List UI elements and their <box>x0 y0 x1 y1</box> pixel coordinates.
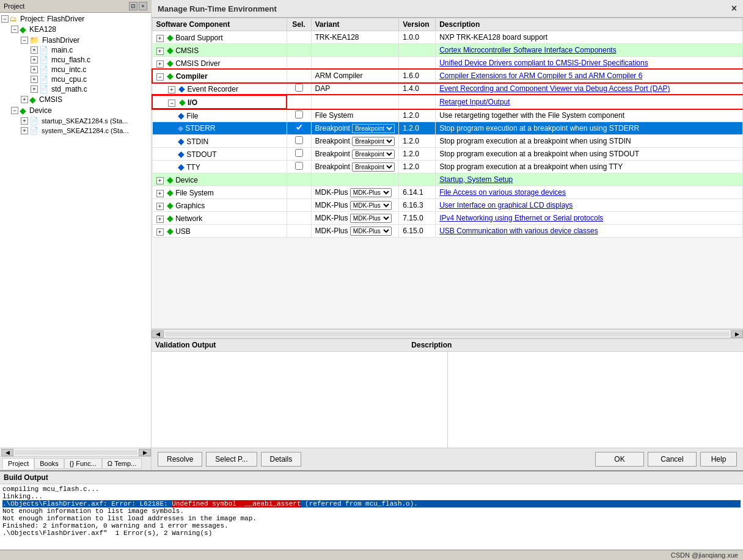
expander-graphics[interactable]: + <box>156 203 164 210</box>
table-row-compiler[interactable]: − ◆ Compiler ARM Compiler 1.6.0 Compiler… <box>152 70 743 82</box>
expander-system[interactable]: + <box>21 127 28 134</box>
table-row-tty[interactable]: ◆ TTY Breakpoint Breakpoint 1.2.0 Stop p… <box>152 161 743 173</box>
expander-kea128[interactable]: − <box>11 26 18 33</box>
tab-func[interactable]: {} Func... <box>64 458 102 469</box>
stderr-checkbox[interactable] <box>295 123 303 131</box>
cmsis-driver-link[interactable]: Unified Device Drivers compliant to CMSI… <box>439 59 648 67</box>
table-row-stdin[interactable]: ◆ STDIN Breakpoint Breakpoint 1.2.0 Stop… <box>152 135 743 148</box>
expander-project[interactable]: − <box>1 15 9 23</box>
table-row-io[interactable]: − ◆ I/O Retarget Input/Output <box>152 95 743 109</box>
expander-io[interactable]: − <box>168 100 175 107</box>
stdin-variant-select[interactable]: Breakpoint <box>352 137 395 146</box>
filesystem-variant-select[interactable]: MDK-Plus <box>350 188 392 197</box>
cancel-button[interactable]: Cancel <box>648 452 697 467</box>
table-row-file[interactable]: ◆ File File System 1.2.0 Use retargeting… <box>152 109 743 122</box>
table-scroll-right[interactable]: ▶ <box>731 330 743 338</box>
table-row-cmsis-driver[interactable]: + ◆ CMSIS Driver Unified Device Drivers … <box>152 57 743 70</box>
stderr-variant-select[interactable]: Breakpoint <box>352 124 395 133</box>
expander-cmsis-driver[interactable]: + <box>156 60 164 68</box>
tab-project[interactable]: Project <box>2 458 34 469</box>
dialog-close-button[interactable]: × <box>731 3 737 14</box>
cell-event-recorder-variant: DAP <box>311 82 399 96</box>
device-link[interactable]: Startup, System Setup <box>439 175 513 184</box>
expander-device[interactable]: − <box>11 107 18 114</box>
expander-mcu-flash-c[interactable]: + <box>31 56 38 64</box>
graphics-variant-select[interactable]: MDK-Plus <box>350 201 392 210</box>
expander-mcu-cpu-c[interactable]: + <box>31 76 38 83</box>
panel-close-button[interactable]: × <box>139 2 147 10</box>
scroll-left-btn[interactable]: ◀ <box>1 449 13 456</box>
tree-node-mcu-flash-c[interactable]: + 📄 mcu_flash.c <box>1 55 150 65</box>
graphics-link[interactable]: User Interface on graphical LCD displays <box>439 201 573 209</box>
compiler-link[interactable]: Compiler Extensions for ARM Compiler 5 a… <box>439 71 642 80</box>
table-row-network[interactable]: + ◆ Network MDK-Plus MDK-Plus 7.15.0 IPv… <box>152 212 743 225</box>
cell-device-desc: Startup, System Setup <box>436 173 743 186</box>
tree-node-std-math-c[interactable]: + 📄 std_math.c <box>1 84 150 94</box>
tree-node-main-c[interactable]: + 📄 main.c <box>1 45 150 55</box>
expander-device-tbl[interactable]: + <box>156 177 164 184</box>
table-row-graphics[interactable]: + ◆ Graphics MDK-Plus MDK-Plus 6.16.3 Us… <box>152 199 743 212</box>
expander-flashdriver[interactable]: − <box>21 37 28 44</box>
table-scroll-left[interactable]: ◀ <box>152 330 164 338</box>
cell-cmsis-desc: Cortex Microcontroller Software Interfac… <box>436 44 743 57</box>
tty-checkbox[interactable] <box>295 162 303 170</box>
expander-usb[interactable]: + <box>156 228 164 236</box>
expander-board-support[interactable]: + <box>156 35 164 42</box>
left-hscroll[interactable]: ◀ ▶ <box>0 448 151 456</box>
scroll-right-btn[interactable]: ▶ <box>139 449 151 456</box>
select-p-button[interactable]: Select P... <box>206 452 257 467</box>
tree-node-kea128[interactable]: − ◆ KEA128 <box>1 24 150 35</box>
table-row-event-recorder[interactable]: + ◆ Event Recorder DAP 1.4.0 Event Recor… <box>152 82 743 96</box>
io-link[interactable]: Retarget Input/Output <box>439 98 510 106</box>
filesystem-link[interactable]: File Access on various storage devices <box>439 188 566 197</box>
expander-network[interactable]: + <box>156 216 164 223</box>
resolve-button[interactable]: Resolve <box>158 452 202 467</box>
tree-node-system[interactable]: + 📄 system_SKEAZ1284.c (Sta... <box>1 126 150 136</box>
tree-node-startup[interactable]: + 📄 startup_SKEAZ1284.s (Sta... <box>1 116 150 126</box>
tree-node-device[interactable]: − ◆ Device <box>1 105 150 116</box>
tty-variant-select[interactable]: Breakpoint <box>352 162 395 172</box>
table-row-usb[interactable]: + ◆ USB MDK-Plus MDK-Plus 6.15.0 USB Com… <box>152 225 743 238</box>
usb-variant-select[interactable]: MDK-Plus <box>350 227 392 236</box>
expander-startup[interactable]: + <box>21 117 28 125</box>
expander-cmsis-tbl[interactable]: + <box>156 48 164 55</box>
filesystem-label: File System <box>175 189 214 197</box>
table-row-stderr[interactable]: ◆ STDERR Breakpoint Breakpoint 1.2.0 Sto… <box>152 122 743 135</box>
expander-cmsis[interactable]: + <box>21 96 28 103</box>
stdout-checkbox[interactable] <box>295 149 303 157</box>
expander-event-recorder[interactable]: + <box>168 86 175 93</box>
expander-main-c[interactable]: + <box>31 46 38 54</box>
expander-mcu-intc-c[interactable]: + <box>31 66 38 73</box>
table-row-device-tbl[interactable]: + ◆ Device Startup, System Setup <box>152 173 743 186</box>
event-recorder-link[interactable]: Event Recording and Component Viewer via… <box>439 84 670 93</box>
network-variant-select[interactable]: MDK-Plus <box>350 214 392 223</box>
event-recorder-checkbox[interactable] <box>295 84 303 92</box>
file-checkbox[interactable] <box>295 111 303 118</box>
stdin-checkbox[interactable] <box>295 136 303 144</box>
panel-float-button[interactable]: ⊡ <box>129 2 137 10</box>
tree-node-flashdriver[interactable]: − 📁 FlashDriver <box>1 35 150 45</box>
tree-node-mcu-cpu-c[interactable]: + 📄 mcu_cpu.c <box>1 75 150 84</box>
expander-compiler[interactable]: − <box>156 73 164 81</box>
usb-link[interactable]: USB Communication with various device cl… <box>439 227 598 235</box>
tab-books[interactable]: Books <box>34 458 64 469</box>
table-row-cmsis[interactable]: + ◆ CMSIS Cortex Microcontroller Softwar… <box>152 44 743 57</box>
table-row-board-support[interactable]: + ◆ Board Support TRK-KEA128 1.0.0 NXP T… <box>152 31 743 44</box>
left-panel: Project ⊡ × − 🗂 Project: FlashDriver − ◆… <box>0 0 152 470</box>
stdout-variant-select[interactable]: Breakpoint <box>352 150 395 159</box>
tree-node-cmsis[interactable]: + ◆ CMSIS <box>1 94 150 105</box>
table-row-filesystem[interactable]: + ◆ File System MDK-Plus MDK-Plus 6.14.1… <box>152 186 743 199</box>
network-link[interactable]: IPv4 Networking using Ethernet or Serial… <box>439 214 603 222</box>
expander-filesystem[interactable]: + <box>156 190 164 197</box>
ok-button[interactable]: OK <box>595 452 644 467</box>
table-hscroll[interactable]: ◀ ▶ <box>152 329 743 338</box>
expander-std-math-c[interactable]: + <box>31 85 38 93</box>
table-row-stdout[interactable]: ◆ STDOUT Breakpoint Breakpoint 1.2.0 Sto… <box>152 148 743 161</box>
cmsis-link[interactable]: Cortex Microcontroller Software Interfac… <box>439 46 616 54</box>
tree-node-project-root[interactable]: − 🗂 Project: FlashDriver <box>1 14 150 24</box>
help-button[interactable]: Help <box>700 452 737 467</box>
tree-label-mcu-intc-c: mcu_intc.c <box>51 65 86 74</box>
details-button[interactable]: Details <box>261 452 302 467</box>
tree-node-mcu-intc-c[interactable]: + 📄 mcu_intc.c <box>1 65 150 75</box>
tab-temp[interactable]: Ω Temp... <box>102 458 142 469</box>
